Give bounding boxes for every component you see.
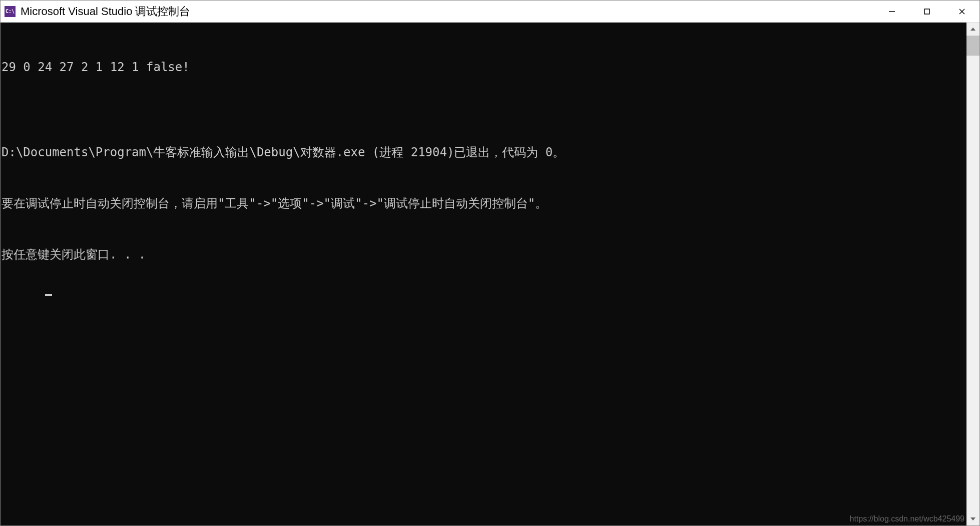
- console-line: 按任意键关闭此窗口. . .: [2, 246, 966, 263]
- console-line: 要在调试停止时自动关闭控制台，请启用"工具"->"选项"->"调试"->"调试停…: [2, 195, 966, 212]
- window-controls: [874, 1, 979, 22]
- scroll-down-button[interactable]: [966, 512, 979, 525]
- watermark-text: https://blog.csdn.net/wcb425499: [850, 514, 965, 523]
- app-icon-text: C:\: [6, 9, 15, 14]
- chevron-down-icon: [970, 517, 975, 520]
- console-line: 29 0 24 27 2 1 12 1 false!: [2, 59, 966, 76]
- minimize-icon: [888, 8, 896, 16]
- maximize-icon: [923, 8, 931, 16]
- console-output[interactable]: 29 0 24 27 2 1 12 1 false! D:\Documents\…: [1, 23, 966, 525]
- svg-rect-1: [924, 9, 929, 14]
- chevron-up-icon: [970, 28, 975, 31]
- close-icon: [958, 8, 966, 16]
- maximize-button[interactable]: [909, 1, 944, 22]
- content-area: 29 0 24 27 2 1 12 1 false! D:\Documents\…: [1, 23, 979, 525]
- scroll-thumb[interactable]: [966, 36, 979, 56]
- console-line: D:\Documents\Program\牛客标准输入输出\Debug\对数器.…: [2, 144, 966, 161]
- close-button[interactable]: [944, 1, 979, 22]
- scroll-up-button[interactable]: [966, 23, 979, 36]
- vertical-scrollbar[interactable]: [966, 23, 979, 525]
- window-title: Microsoft Visual Studio 调试控制台: [21, 4, 874, 19]
- text-cursor: [45, 294, 52, 296]
- console-window: C:\ Microsoft Visual Studio 调试控制台 29 0 2…: [0, 0, 980, 526]
- scroll-track[interactable]: [966, 36, 979, 512]
- app-icon: C:\: [5, 6, 16, 17]
- titlebar[interactable]: C:\ Microsoft Visual Studio 调试控制台: [1, 1, 979, 23]
- minimize-button[interactable]: [874, 1, 909, 22]
